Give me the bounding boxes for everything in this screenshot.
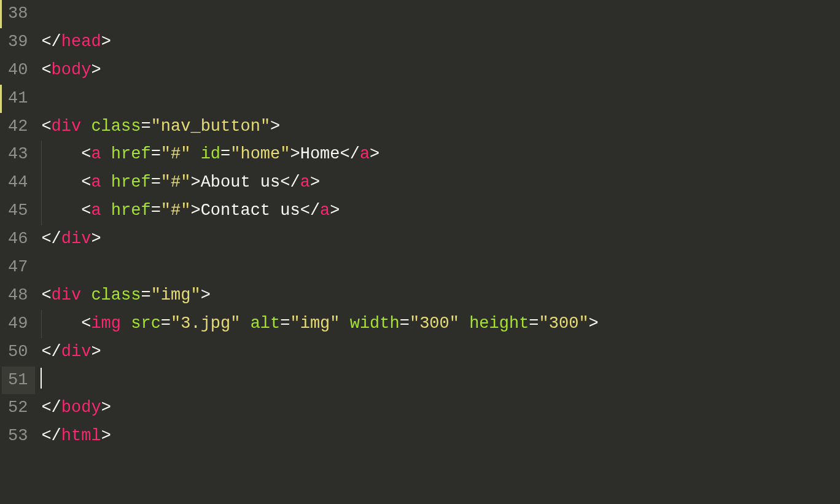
attr-value: "#" [161, 201, 191, 220]
code-line[interactable]: <a href="#" id="home">Home</a> [41, 141, 840, 169]
attr-value: "3.jpg" [171, 314, 240, 333]
code-line[interactable]: <img src="3.jpg" alt="img" width="300" h… [41, 310, 840, 338]
attr-name: alt [251, 314, 281, 333]
line-number-gutter: 38 39 40 41 42 43 44 45 46 47 48 49 50 5… [0, 0, 39, 504]
attr-value: "300" [539, 314, 589, 333]
code-line[interactable]: <a href="#">About us</a> [41, 169, 840, 197]
code-line[interactable]: </body> [41, 394, 840, 422]
line-number: 42 [2, 113, 35, 141]
indent-guide [41, 141, 42, 169]
punct: > [101, 398, 111, 417]
punct: </ [340, 145, 360, 163]
punct: > [91, 343, 101, 361]
tag-name: img [91, 314, 121, 333]
punct: > [589, 314, 599, 333]
code-line[interactable]: <body> [41, 56, 840, 85]
attr-name: height [469, 314, 529, 333]
tag-name: div [52, 117, 82, 136]
tag-name: a [320, 201, 330, 220]
tag-name: div [61, 230, 91, 248]
punct: </ [41, 33, 61, 51]
punct: = [141, 286, 150, 304]
tag-name: a [300, 173, 310, 192]
punct: = [220, 145, 230, 163]
punct: < [81, 201, 91, 220]
attr-value: "home" [230, 145, 290, 163]
punct: = [151, 173, 161, 192]
tag-name: body [52, 61, 91, 79]
tag-name: div [61, 343, 91, 361]
attr-value: "#" [161, 173, 191, 192]
code-line[interactable]: </html> [41, 422, 840, 451]
punct: = [400, 314, 410, 333]
quote: " [260, 117, 270, 136]
attr-value: "nav_button" [151, 117, 270, 136]
tag-name: head [61, 33, 101, 51]
punct: > [91, 230, 101, 248]
punct: = [161, 314, 171, 333]
tag-name: a [91, 145, 101, 163]
punct: > [91, 61, 101, 79]
attr-name: width [350, 314, 400, 333]
text-content: Contact us [201, 201, 300, 220]
string: nav_button [161, 117, 260, 136]
tag-name: a [91, 201, 101, 220]
punct: = [280, 314, 290, 333]
text-cursor [41, 368, 42, 389]
indent-guide [41, 310, 42, 338]
indent-guide [41, 197, 42, 225]
code-line[interactable]: <div class="nav_button"> [41, 113, 840, 141]
code-line[interactable] [41, 85, 840, 113]
punct: > [190, 201, 200, 220]
punct: > [310, 173, 320, 192]
code-line[interactable]: </head> [41, 28, 840, 56]
quote: " [151, 117, 161, 136]
punct: </ [300, 201, 320, 220]
line-number: 40 [2, 56, 35, 85]
punct: < [81, 173, 91, 192]
line-number: 51 [2, 366, 35, 395]
line-number: 45 [2, 197, 35, 225]
tag-name: html [61, 427, 101, 445]
line-number: 49 [2, 310, 35, 338]
line-number: 41 [2, 85, 35, 113]
code-line[interactable] [41, 0, 840, 28]
line-number: 52 [2, 394, 35, 422]
punct: > [330, 201, 340, 220]
attr-value: "img" [151, 286, 201, 304]
attr-name: href [111, 173, 151, 192]
tag-name: div [52, 286, 82, 304]
punct: = [529, 314, 539, 333]
attr-name: class [91, 286, 141, 304]
line-number: 50 [2, 338, 35, 366]
tag-name: a [360, 145, 370, 163]
punct: > [101, 427, 111, 445]
line-number: 47 [2, 254, 35, 282]
punct: = [141, 117, 150, 136]
attr-name: href [111, 145, 151, 163]
indent-guide [41, 169, 42, 197]
punct: = [151, 201, 161, 220]
tag-name: body [61, 398, 101, 417]
line-number: 39 [2, 28, 35, 56]
code-line[interactable]: </div> [41, 225, 840, 254]
code-line[interactable] [41, 254, 840, 282]
punct: </ [280, 173, 300, 192]
attr-name: src [131, 314, 161, 333]
punct: > [201, 286, 211, 304]
attr-value: "img" [290, 314, 340, 333]
code-line[interactable]: <div class="img"> [41, 282, 840, 310]
code-line[interactable]: <a href="#">Contact us</a> [41, 197, 840, 225]
text-content: Home [300, 145, 340, 163]
punct: > [101, 33, 111, 51]
line-number: 44 [2, 169, 35, 197]
punct: < [81, 314, 91, 333]
attr-value: "#" [161, 145, 191, 163]
code-line[interactable]: </div> [41, 338, 840, 366]
code-editor: 38 39 40 41 42 43 44 45 46 47 48 49 50 5… [0, 0, 840, 504]
code-line-active[interactable] [41, 366, 840, 395]
punct: > [370, 145, 379, 163]
code-area[interactable]: </head> <body> <div class="nav_button"> … [39, 0, 840, 504]
tag-name: a [91, 173, 101, 192]
line-number: 38 [2, 0, 35, 28]
